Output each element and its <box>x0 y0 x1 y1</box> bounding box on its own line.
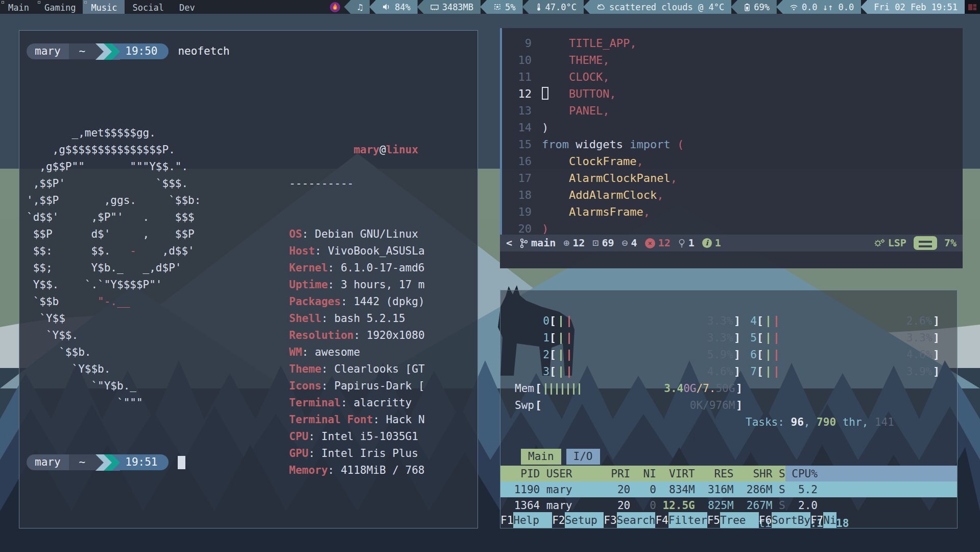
neofetch-entry: Memory: 4118MiB / 768 <box>289 462 477 479</box>
code-line[interactable]: 9 TITLE_APP, <box>502 35 963 52</box>
neofetch-title: mary@linux <box>289 125 477 142</box>
widget-network[interactable]: 0.0 ↓↑ 0.0 <box>776 0 861 14</box>
code-line[interactable]: 15from widgets import ( <box>502 136 963 153</box>
entry-value: alacritty <box>353 397 412 409</box>
entry-value: 1442 (dpkg) <box>353 295 424 308</box>
fkey-f2[interactable]: F2Setup <box>552 512 604 528</box>
git-branch-icon <box>520 238 528 248</box>
line-number: 9 <box>502 35 532 52</box>
widget-cpu[interactable]: 5% <box>480 0 522 14</box>
cpu-bar-tick-red <box>568 316 570 327</box>
entry-value: Hack N <box>386 413 425 426</box>
code-line[interactable]: 19 AlarmsFrame, <box>502 203 963 220</box>
code-line[interactable]: 14) <box>502 119 963 136</box>
code-line[interactable]: 10 THEME, <box>502 52 963 68</box>
code-area[interactable]: 9 TITLE_APP,10 THEME,11 CLOCK,12 BUTTON,… <box>502 35 963 237</box>
tab-io[interactable]: I/O <box>566 449 600 465</box>
fkey-f6[interactable]: F6SortBy <box>759 512 810 528</box>
cpu-percent: 2.6% <box>906 313 933 330</box>
fkey-number: F3 <box>604 512 616 528</box>
fkey-f7[interactable]: F7Ni <box>810 512 836 528</box>
code-line[interactable]: 17 AlarmClockPanel, <box>502 170 963 187</box>
entry-separator: : <box>341 397 353 409</box>
line-number: 11 <box>502 68 532 85</box>
cpu-id: 2 <box>536 347 549 363</box>
code-line[interactable]: 13 PANEL, <box>502 102 963 119</box>
token: , <box>636 153 643 170</box>
fkey-f1[interactable]: F1Help <box>500 512 552 528</box>
cpu-bar: 4.6% <box>763 349 934 361</box>
terminal-cursor <box>178 456 185 469</box>
process-row-selected[interactable]: 1190 mary 20 0 834M 316M 286M S 5.2 <box>500 481 957 497</box>
token: THEME, <box>542 52 609 68</box>
mem-bar: 3.40G/7.50G <box>542 383 736 395</box>
cpu-bar: 4.6% <box>556 366 734 378</box>
widget-weather[interactable]: scattered clouds @ 4°C <box>583 0 731 14</box>
circle-plus-icon: ⊕ <box>563 235 569 251</box>
cpu-meter-6: 6[4.6%] <box>744 347 940 363</box>
entry-separator: : <box>302 228 315 240</box>
entry-label: Resolution <box>289 329 353 341</box>
volume-value: 84% <box>395 2 411 12</box>
git-branch[interactable]: main <box>520 235 556 251</box>
terminal-window[interactable]: mary ~ 19:50 neofetch _,met$$$$$gg. ,g$$… <box>19 30 478 528</box>
bracket: [ <box>757 313 763 330</box>
widget-music[interactable]: ♫ <box>344 0 370 14</box>
workspace-tag-music[interactable]: Music <box>83 0 124 14</box>
process-table: PID USER PRI NI VIRT RES SHR S CPU% 1190… <box>500 466 957 513</box>
code-line[interactable]: 11 CLOCK, <box>502 68 963 85</box>
line-number: 14 <box>502 119 532 136</box>
cpu-id: 0 <box>536 313 549 330</box>
tag-occupied-indicator <box>2 1 4 4</box>
widget-clock[interactable]: Fri 02 Feb 19:51 <box>861 0 965 14</box>
neofetch-entry: CPU: Intel i5-1035G1 <box>289 428 477 445</box>
process-row[interactable]: 1364 mary 20 0 12.5G 825M 267M S 2.0 <box>500 497 957 513</box>
code-line[interactable]: 16 ClockFrame, <box>502 153 963 170</box>
entry-label: Packages <box>289 295 341 308</box>
fkey-f5[interactable]: F5Tree <box>707 512 759 528</box>
token: ) <box>542 119 548 136</box>
sort-column-cpu[interactable]: CPU% <box>785 466 957 481</box>
entry-separator: : <box>302 346 315 358</box>
htop-window[interactable]: 0[3.3%]1[3.3%]2[5.9%]3[4.6%] 4[2.6%]5[3.… <box>500 290 958 528</box>
cpu-bar-tick-red <box>776 350 777 361</box>
editor-window[interactable]: 9 TITLE_APP,10 THEME,11 CLOCK,12 BUTTON,… <box>500 28 963 268</box>
entry-label: Theme <box>289 363 321 375</box>
fkey-label: SortBy <box>772 512 810 528</box>
process-table-header[interactable]: PID USER PRI NI VIRT RES SHR S CPU% <box>500 466 957 481</box>
cpu-bar-tick-green <box>768 350 769 361</box>
fkey-f3[interactable]: F3Search <box>604 512 655 528</box>
neofetch-entry: Terminal Font: Hack N <box>289 411 477 428</box>
layout-indicator[interactable] <box>965 0 980 14</box>
entry-separator: : <box>321 363 334 375</box>
music-note-icon: ♫ <box>357 2 363 12</box>
prompt-chevron-icon <box>104 43 112 60</box>
workspace-tag-gaming[interactable]: Gaming <box>36 0 83 14</box>
widget-memory[interactable]: 3483MB <box>417 0 481 14</box>
workspace-tag-dev[interactable]: Dev <box>171 0 202 14</box>
widget-temperature[interactable]: 47.0°C <box>522 0 584 14</box>
line-number: 10 <box>502 52 532 68</box>
code-line[interactable]: 12 BUTTON, <box>502 85 963 102</box>
widget-battery[interactable]: 69% <box>731 0 777 14</box>
cpu-bar-tick-green <box>560 316 562 327</box>
ascii-art-line: $$P d$' , $$P <box>27 226 201 243</box>
prompt-chevron-icon <box>112 454 120 471</box>
workspace-tag-social[interactable]: Social <box>125 0 171 14</box>
entry-separator: : <box>315 245 328 257</box>
tray-app-icon[interactable] <box>325 0 345 14</box>
tab-main[interactable]: Main <box>521 449 561 465</box>
token <box>671 136 677 153</box>
fkey-f4[interactable]: F4Filter <box>655 512 707 528</box>
prompt-chevron-icon <box>104 454 112 471</box>
code-line[interactable]: 18 AddAlarmClock, <box>502 187 963 203</box>
prompt-line-2[interactable]: mary ~ 19:51 <box>27 454 185 471</box>
cpu-bar: 2.6% <box>763 315 934 328</box>
tag-label: Main <box>8 3 29 13</box>
fkey-label: Filter <box>668 512 707 528</box>
fkey-number: F5 <box>707 512 720 528</box>
workspace-tag-main[interactable]: Main <box>0 0 36 14</box>
neofetch-info: mary@linux ---------- OS: Debian GNU/Lin… <box>289 91 477 552</box>
widget-volume[interactable]: 84% <box>369 0 418 14</box>
entry-label: WM <box>289 346 302 358</box>
